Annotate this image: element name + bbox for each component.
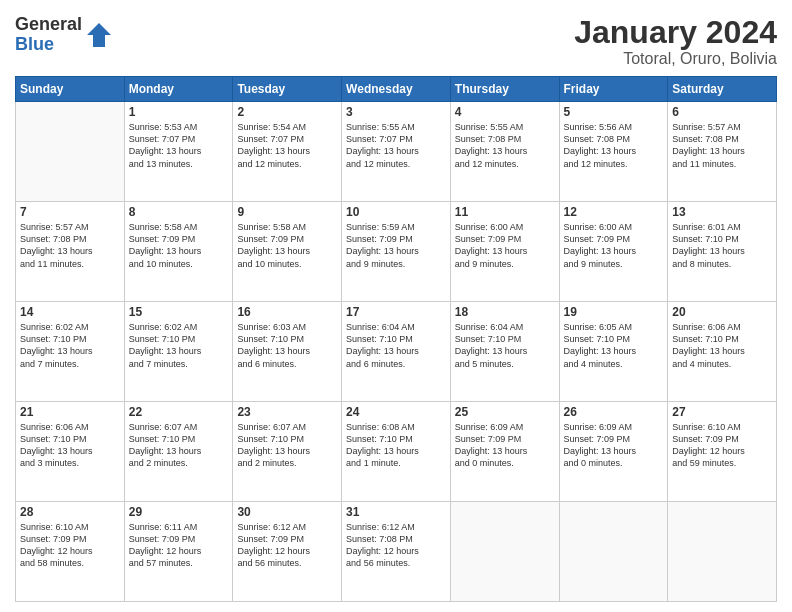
day-number: 22 [129, 405, 229, 419]
cell-content: Sunrise: 5:57 AMSunset: 7:08 PMDaylight:… [672, 121, 772, 170]
calendar-cell: 30Sunrise: 6:12 AMSunset: 7:09 PMDayligh… [233, 502, 342, 602]
day-number: 14 [20, 305, 120, 319]
cell-content: Sunrise: 5:55 AMSunset: 7:08 PMDaylight:… [455, 121, 555, 170]
calendar-cell: 7Sunrise: 5:57 AMSunset: 7:08 PMDaylight… [16, 202, 125, 302]
cell-content: Sunrise: 6:08 AMSunset: 7:10 PMDaylight:… [346, 421, 446, 470]
title-block: January 2024 Totoral, Oruro, Bolivia [574, 15, 777, 68]
calendar-cell: 29Sunrise: 6:11 AMSunset: 7:09 PMDayligh… [124, 502, 233, 602]
calendar-body: 1Sunrise: 5:53 AMSunset: 7:07 PMDaylight… [16, 102, 777, 602]
cell-content: Sunrise: 6:06 AMSunset: 7:10 PMDaylight:… [672, 321, 772, 370]
location: Totoral, Oruro, Bolivia [574, 50, 777, 68]
cell-content: Sunrise: 6:02 AMSunset: 7:10 PMDaylight:… [20, 321, 120, 370]
calendar-cell [450, 502, 559, 602]
calendar-header: Sunday Monday Tuesday Wednesday Thursday… [16, 77, 777, 102]
cell-content: Sunrise: 6:07 AMSunset: 7:10 PMDaylight:… [129, 421, 229, 470]
day-number: 19 [564, 305, 664, 319]
calendar-cell: 6Sunrise: 5:57 AMSunset: 7:08 PMDaylight… [668, 102, 777, 202]
week-row-1: 7Sunrise: 5:57 AMSunset: 7:08 PMDaylight… [16, 202, 777, 302]
day-number: 8 [129, 205, 229, 219]
day-number: 17 [346, 305, 446, 319]
col-tuesday: Tuesday [233, 77, 342, 102]
day-number: 2 [237, 105, 337, 119]
day-number: 29 [129, 505, 229, 519]
col-sunday: Sunday [16, 77, 125, 102]
calendar-cell: 24Sunrise: 6:08 AMSunset: 7:10 PMDayligh… [342, 402, 451, 502]
day-number: 21 [20, 405, 120, 419]
calendar-cell: 3Sunrise: 5:55 AMSunset: 7:07 PMDaylight… [342, 102, 451, 202]
calendar-cell: 28Sunrise: 6:10 AMSunset: 7:09 PMDayligh… [16, 502, 125, 602]
cell-content: Sunrise: 6:09 AMSunset: 7:09 PMDaylight:… [564, 421, 664, 470]
day-number: 7 [20, 205, 120, 219]
week-row-0: 1Sunrise: 5:53 AMSunset: 7:07 PMDaylight… [16, 102, 777, 202]
day-number: 15 [129, 305, 229, 319]
cell-content: Sunrise: 6:12 AMSunset: 7:09 PMDaylight:… [237, 521, 337, 570]
logo-text: General Blue [15, 15, 82, 55]
calendar-cell: 13Sunrise: 6:01 AMSunset: 7:10 PMDayligh… [668, 202, 777, 302]
day-number: 9 [237, 205, 337, 219]
logo-blue: Blue [15, 35, 82, 55]
cell-content: Sunrise: 5:54 AMSunset: 7:07 PMDaylight:… [237, 121, 337, 170]
cell-content: Sunrise: 5:58 AMSunset: 7:09 PMDaylight:… [237, 221, 337, 270]
calendar-cell: 27Sunrise: 6:10 AMSunset: 7:09 PMDayligh… [668, 402, 777, 502]
calendar-cell: 12Sunrise: 6:00 AMSunset: 7:09 PMDayligh… [559, 202, 668, 302]
col-monday: Monday [124, 77, 233, 102]
day-number: 11 [455, 205, 555, 219]
cell-content: Sunrise: 6:02 AMSunset: 7:10 PMDaylight:… [129, 321, 229, 370]
col-saturday: Saturday [668, 77, 777, 102]
day-number: 26 [564, 405, 664, 419]
logo-icon [85, 21, 113, 49]
calendar-cell [668, 502, 777, 602]
calendar-cell: 4Sunrise: 5:55 AMSunset: 7:08 PMDaylight… [450, 102, 559, 202]
calendar-cell: 18Sunrise: 6:04 AMSunset: 7:10 PMDayligh… [450, 302, 559, 402]
calendar-cell: 1Sunrise: 5:53 AMSunset: 7:07 PMDaylight… [124, 102, 233, 202]
day-number: 25 [455, 405, 555, 419]
day-number: 23 [237, 405, 337, 419]
calendar-cell: 15Sunrise: 6:02 AMSunset: 7:10 PMDayligh… [124, 302, 233, 402]
cell-content: Sunrise: 6:10 AMSunset: 7:09 PMDaylight:… [672, 421, 772, 470]
month-year: January 2024 [574, 15, 777, 50]
cell-content: Sunrise: 6:04 AMSunset: 7:10 PMDaylight:… [455, 321, 555, 370]
day-number: 30 [237, 505, 337, 519]
cell-content: Sunrise: 5:53 AMSunset: 7:07 PMDaylight:… [129, 121, 229, 170]
day-number: 18 [455, 305, 555, 319]
cell-content: Sunrise: 6:06 AMSunset: 7:10 PMDaylight:… [20, 421, 120, 470]
cell-content: Sunrise: 6:12 AMSunset: 7:08 PMDaylight:… [346, 521, 446, 570]
calendar-cell: 5Sunrise: 5:56 AMSunset: 7:08 PMDaylight… [559, 102, 668, 202]
calendar-cell: 26Sunrise: 6:09 AMSunset: 7:09 PMDayligh… [559, 402, 668, 502]
calendar-cell: 8Sunrise: 5:58 AMSunset: 7:09 PMDaylight… [124, 202, 233, 302]
days-row: Sunday Monday Tuesday Wednesday Thursday… [16, 77, 777, 102]
svg-marker-0 [87, 23, 111, 47]
cell-content: Sunrise: 6:05 AMSunset: 7:10 PMDaylight:… [564, 321, 664, 370]
cell-content: Sunrise: 6:11 AMSunset: 7:09 PMDaylight:… [129, 521, 229, 570]
calendar-cell [559, 502, 668, 602]
header: General Blue January 2024 Totoral, Oruro… [15, 15, 777, 68]
calendar-cell: 19Sunrise: 6:05 AMSunset: 7:10 PMDayligh… [559, 302, 668, 402]
cell-content: Sunrise: 6:00 AMSunset: 7:09 PMDaylight:… [564, 221, 664, 270]
week-row-4: 28Sunrise: 6:10 AMSunset: 7:09 PMDayligh… [16, 502, 777, 602]
calendar-cell: 11Sunrise: 6:00 AMSunset: 7:09 PMDayligh… [450, 202, 559, 302]
cell-content: Sunrise: 5:57 AMSunset: 7:08 PMDaylight:… [20, 221, 120, 270]
day-number: 5 [564, 105, 664, 119]
cell-content: Sunrise: 5:58 AMSunset: 7:09 PMDaylight:… [129, 221, 229, 270]
calendar-cell: 16Sunrise: 6:03 AMSunset: 7:10 PMDayligh… [233, 302, 342, 402]
col-thursday: Thursday [450, 77, 559, 102]
calendar-cell: 31Sunrise: 6:12 AMSunset: 7:08 PMDayligh… [342, 502, 451, 602]
calendar-cell: 25Sunrise: 6:09 AMSunset: 7:09 PMDayligh… [450, 402, 559, 502]
day-number: 12 [564, 205, 664, 219]
col-wednesday: Wednesday [342, 77, 451, 102]
calendar-cell: 21Sunrise: 6:06 AMSunset: 7:10 PMDayligh… [16, 402, 125, 502]
week-row-3: 21Sunrise: 6:06 AMSunset: 7:10 PMDayligh… [16, 402, 777, 502]
cell-content: Sunrise: 5:55 AMSunset: 7:07 PMDaylight:… [346, 121, 446, 170]
cell-content: Sunrise: 5:59 AMSunset: 7:09 PMDaylight:… [346, 221, 446, 270]
calendar-cell: 22Sunrise: 6:07 AMSunset: 7:10 PMDayligh… [124, 402, 233, 502]
day-number: 13 [672, 205, 772, 219]
cell-content: Sunrise: 6:04 AMSunset: 7:10 PMDaylight:… [346, 321, 446, 370]
calendar-cell [16, 102, 125, 202]
cell-content: Sunrise: 6:10 AMSunset: 7:09 PMDaylight:… [20, 521, 120, 570]
calendar-cell: 9Sunrise: 5:58 AMSunset: 7:09 PMDaylight… [233, 202, 342, 302]
calendar-table: Sunday Monday Tuesday Wednesday Thursday… [15, 76, 777, 602]
day-number: 24 [346, 405, 446, 419]
day-number: 4 [455, 105, 555, 119]
calendar-cell: 20Sunrise: 6:06 AMSunset: 7:10 PMDayligh… [668, 302, 777, 402]
day-number: 1 [129, 105, 229, 119]
